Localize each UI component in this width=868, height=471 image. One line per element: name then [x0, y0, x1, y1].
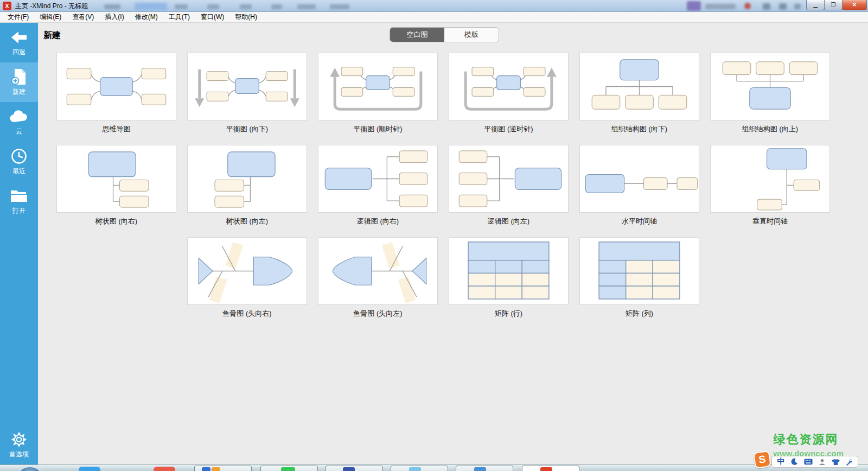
template-label: 思维导图: [56, 124, 176, 134]
sidebar-item-open[interactable]: 打开: [0, 181, 38, 221]
background-window-blur: [330, 4, 349, 9]
taskbar-window-icon: [474, 467, 486, 471]
page-title: 新建: [43, 30, 61, 41]
folder-icon: [10, 187, 28, 205]
new-document-icon: [11, 68, 27, 86]
menu-item-insert[interactable]: 插入(I): [99, 11, 129, 23]
template-card-logic-right[interactable]: 逻辑图 (向右): [318, 145, 438, 237]
tab-blank[interactable]: 空白图: [390, 28, 444, 42]
background-window-blur: [271, 4, 282, 9]
template-card-balance-down[interactable]: 平衡图 (向下): [187, 53, 307, 145]
minimize-button[interactable]: ▁: [806, 0, 825, 10]
template-label: 平衡图 (逆时针): [449, 124, 569, 134]
background-window-blur: [135, 3, 167, 10]
taskbar: [0, 464, 868, 471]
template-card-fishbone-right[interactable]: 鱼骨图 (头向右): [187, 237, 307, 329]
background-window-blur: [104, 4, 120, 9]
taskbar-window-icon: [202, 467, 210, 471]
background-window-blur: [779, 3, 787, 10]
template-card-tree-left[interactable]: 树状图 (向左): [187, 145, 307, 237]
menu-item-edit[interactable]: 编辑(E): [34, 11, 67, 23]
template-card-fishbone-left[interactable]: 鱼骨图 (头向左): [318, 237, 438, 329]
template-thumbnail-tree-left: [187, 145, 307, 213]
menu-bar: 文件(F)编辑(E)查看(V)插入(I)修改(M)工具(T)窗口(W)帮助(H): [0, 12, 868, 23]
template-card-timeline-h[interactable]: 水平时间轴: [579, 145, 699, 237]
start-button[interactable]: [15, 466, 45, 471]
sidebar-item-back[interactable]: 回退: [0, 23, 38, 62]
template-card-timeline-v[interactable]: 垂直时间轴: [710, 145, 830, 237]
template-label: 组织结构图 (向上): [710, 124, 830, 134]
template-label: 矩阵 (行): [449, 309, 569, 319]
template-label: 水平时间轴: [579, 217, 699, 226]
moon-icon[interactable]: [790, 458, 798, 466]
view-tab-group: 空白图模版: [390, 27, 499, 42]
background-window-blur: [297, 4, 316, 9]
template-card-matrix-row[interactable]: 矩阵 (行): [449, 237, 569, 329]
template-label: 树状图 (向右): [56, 217, 176, 226]
clock-icon: [11, 147, 27, 166]
menu-item-window[interactable]: 窗口(W): [195, 11, 229, 23]
background-window-blur: [240, 4, 252, 9]
template-card-logic-left[interactable]: 逻辑图 (向左): [449, 145, 569, 237]
template-thumbnail-timeline-v: [710, 145, 830, 213]
sidebar-item-preferences[interactable]: 首选项: [0, 425, 38, 464]
background-window-blur: [744, 3, 751, 9]
template-thumbnail-logic-left: [449, 145, 569, 213]
template-card-mindmap[interactable]: 思维导图: [56, 53, 176, 145]
template-thumbnail-balance-cw: [318, 53, 438, 120]
menu-item-tools[interactable]: 工具(T): [163, 11, 195, 23]
sogou-input-icon[interactable]: S: [753, 450, 771, 469]
taskbar-app-icon[interactable]: [154, 467, 175, 471]
template-label: 平衡图 (向下): [187, 124, 307, 134]
skin-icon[interactable]: [832, 459, 840, 466]
template-thumbnail-fishbone-left: [318, 237, 438, 305]
tab-template[interactable]: 模版: [444, 28, 499, 42]
template-label: 鱼骨图 (头向右): [187, 309, 307, 319]
menu-item-help[interactable]: 帮助(H): [229, 11, 263, 23]
menu-item-view[interactable]: 查看(V): [67, 11, 99, 23]
template-thumbnail-matrix-col: [579, 237, 699, 305]
main-content: 新建 空白图模版 思维导图平衡图 (向下)平衡图 (顺时针)平衡图 (逆时针)组…: [38, 23, 868, 464]
keyboard-icon[interactable]: [804, 459, 813, 465]
template-grid: 思维导图平衡图 (向下)平衡图 (顺时针)平衡图 (逆时针)组织结构图 (向下)…: [38, 53, 868, 329]
template-label: 垂直时间轴: [710, 217, 830, 226]
template-thumbnail-mindmap: [56, 53, 176, 120]
template-card-org-down[interactable]: 组织结构图 (向下): [579, 53, 699, 145]
template-card-matrix-col[interactable]: 矩阵 (列): [579, 237, 699, 329]
template-thumbnail-timeline-h: [579, 145, 699, 213]
sidebar: 回退新建云最近打开首选项: [0, 23, 38, 464]
taskbar-window-icon: [281, 467, 295, 471]
sidebar-item-new[interactable]: 新建: [0, 62, 38, 102]
input-method-bar: 中: [771, 456, 858, 468]
chinese-mode-icon[interactable]: 中: [777, 457, 784, 467]
background-window-blur: [687, 1, 701, 11]
template-thumbnail-balance-ccw: [449, 53, 569, 120]
taskbar-app-icon[interactable]: [79, 467, 100, 471]
template-label: 树状图 (向左): [187, 217, 307, 226]
template-label: 逻辑图 (向左): [449, 217, 569, 226]
wrench-icon[interactable]: [846, 459, 853, 466]
template-card-balance-cw[interactable]: 平衡图 (顺时针): [318, 53, 438, 145]
background-window-blur: [705, 4, 736, 9]
template-thumbnail-matrix-row: [449, 237, 569, 305]
person-icon[interactable]: [819, 459, 826, 466]
template-label: 组织结构图 (向下): [579, 124, 699, 134]
template-card-balance-ccw[interactable]: 平衡图 (逆时针): [449, 53, 569, 145]
sidebar-item-recent[interactable]: 最近: [0, 142, 38, 181]
template-thumbnail-fishbone-right: [187, 237, 307, 305]
template-label: 鱼骨图 (头向左): [318, 309, 438, 319]
taskbar-window-icon: [343, 467, 355, 471]
template-row-1: 思维导图平衡图 (向下)平衡图 (顺时针)平衡图 (逆时针)组织结构图 (向下)…: [56, 53, 868, 145]
template-row-3: 鱼骨图 (头向右)鱼骨图 (头向左)矩阵 (行)矩阵 (列): [187, 237, 868, 329]
menu-item-modify[interactable]: 修改(M): [130, 11, 163, 23]
template-thumbnail-tree-right: [56, 145, 176, 213]
maximize-button[interactable]: ❐: [824, 0, 843, 10]
sidebar-item-cloud[interactable]: 云: [0, 102, 38, 142]
template-label: 矩阵 (列): [579, 309, 699, 319]
menu-item-file[interactable]: 文件(F): [2, 11, 34, 23]
background-window-blur: [207, 4, 219, 9]
template-card-org-up[interactable]: 组织结构图 (向上): [710, 53, 830, 145]
template-card-tree-right[interactable]: 树状图 (向右): [56, 145, 176, 237]
template-thumbnail-org-down: [579, 53, 699, 120]
close-button[interactable]: ✕: [842, 0, 867, 10]
